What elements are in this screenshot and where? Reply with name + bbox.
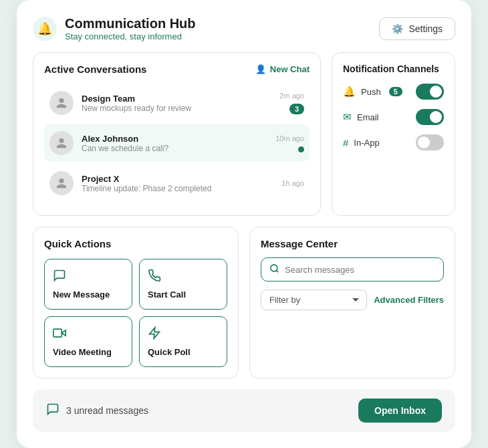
app-subtitle: Stay connected, stay informed [65, 31, 196, 41]
filter-select[interactable]: Filter by Unread Mentions Direct [261, 290, 367, 310]
online-dot [298, 146, 304, 152]
conversation-item[interactable]: Design Team New mockups ready for review… [44, 84, 310, 122]
email-icon: ✉ [343, 111, 352, 123]
convo-info: Project X Timeline update: Phase 2 compl… [82, 174, 273, 193]
notif-item-inapp: # In-App [343, 134, 444, 150]
footer-left: 3 unread messages [46, 403, 148, 419]
settings-button[interactable]: ⚙️ Settings [379, 17, 455, 40]
gear-icon: ⚙️ [392, 23, 403, 34]
advanced-filters-button[interactable]: Advanced Filters [374, 295, 444, 305]
header-title: Communication Hub Stay connected, stay i… [65, 16, 196, 41]
convo-info: Design Team New mockups ready for review [82, 94, 271, 113]
notification-channels-card: Notification Channels 🔔 Push 5 ✉ Email [332, 52, 455, 216]
svg-marker-0 [62, 330, 66, 336]
header-left: 🔔 Communication Hub Stay connected, stay… [33, 16, 196, 41]
bell-notif-icon: 🔔 [343, 86, 356, 98]
svg-line-4 [276, 270, 278, 272]
filter-row: Filter by Unread Mentions Direct Advance… [261, 290, 444, 310]
actions-grid: New Message Start Call Video Meeting [44, 259, 227, 367]
convo-right: 1h ago [281, 179, 304, 187]
search-icon [269, 263, 279, 275]
app-title: Communication Hub [65, 16, 196, 31]
notif-item-push: 🔔 Push 5 [343, 84, 444, 100]
conversations-title: Active Conversations [44, 64, 146, 75]
header: 🔔 Communication Hub Stay connected, stay… [33, 16, 455, 41]
footer-bar: 3 unread messages Open Inbox [33, 389, 455, 432]
bottom-section: Quick Actions New Message Start Call [33, 227, 455, 378]
start-call-button[interactable]: Start Call [139, 259, 227, 310]
svg-rect-1 [53, 329, 62, 337]
chat-footer-icon [46, 403, 59, 419]
conversation-item[interactable]: Alex Johnson Can we schedule a call? 10m… [44, 124, 310, 162]
svg-marker-2 [150, 328, 160, 339]
phone-icon [148, 269, 161, 286]
convo-info: Alex Johnson Can we schedule a call? [82, 134, 267, 153]
email-toggle[interactable] [416, 109, 444, 125]
video-meeting-button[interactable]: Video Meeting [44, 316, 132, 367]
conversations-card: Active Conversations 👤 New Chat Design T… [33, 52, 321, 216]
person-add-icon: 👤 [255, 64, 266, 74]
quick-poll-button[interactable]: Quick Poll [139, 316, 227, 367]
conversation-item[interactable]: Project X Timeline update: Phase 2 compl… [44, 164, 310, 202]
convo-right: 10m ago [275, 134, 304, 152]
search-input[interactable] [285, 265, 435, 275]
message-center-card: Message Center Filter by Unread Mentions… [249, 227, 455, 378]
avatar [49, 91, 74, 115]
quick-actions-title: Quick Actions [44, 238, 227, 249]
bell-icon: 🔔 [33, 17, 57, 41]
avatar [49, 171, 74, 195]
hash-icon: # [343, 137, 348, 148]
message-icon [53, 269, 66, 286]
notif-item-left: 🔔 Push 5 [343, 86, 402, 98]
new-chat-button[interactable]: 👤 New Chat [255, 64, 310, 74]
message-center-title: Message Center [261, 238, 444, 249]
search-box [261, 257, 444, 282]
quick-actions-card: Quick Actions New Message Start Call [33, 227, 239, 378]
main-section: Active Conversations 👤 New Chat Design T… [33, 52, 455, 216]
notif-title: Notification Channels [343, 64, 444, 74]
new-message-button[interactable]: New Message [44, 259, 132, 310]
settings-label: Settings [408, 23, 443, 34]
notif-item-left: ✉ Email [343, 111, 379, 123]
notif-item-email: ✉ Email [343, 109, 444, 125]
convo-right: 2m ago 3 [279, 92, 304, 114]
lightning-icon [148, 326, 161, 343]
avatar [49, 131, 74, 155]
unread-label: 3 unread messages [66, 405, 148, 416]
main-card: 🔔 Communication Hub Stay connected, stay… [17, 0, 471, 448]
open-inbox-button[interactable]: Open Inbox [358, 399, 442, 423]
inapp-toggle[interactable] [416, 134, 444, 150]
svg-point-3 [271, 265, 277, 271]
conversations-header: Active Conversations 👤 New Chat [44, 64, 310, 75]
push-toggle[interactable] [416, 84, 444, 100]
video-icon [53, 326, 66, 343]
notif-item-left: # In-App [343, 137, 380, 148]
